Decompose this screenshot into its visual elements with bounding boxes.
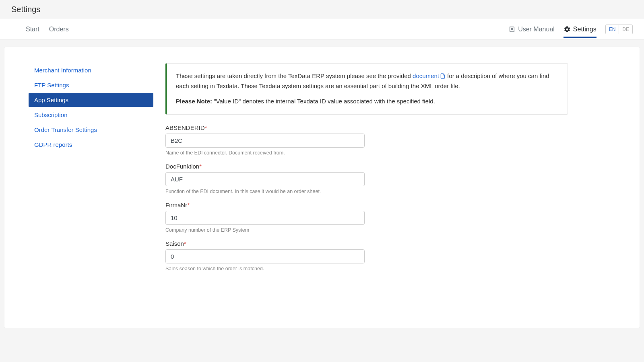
required-asterisk: * — [205, 124, 207, 131]
nav-link-orders[interactable]: Orders — [49, 20, 69, 39]
docfunktion-input[interactable] — [165, 172, 365, 186]
field-help: Function of the EDI document. In this ca… — [165, 189, 365, 194]
nav-settings[interactable]: Settings — [564, 21, 597, 38]
layout: Merchant Information FTP Settings App Se… — [29, 63, 623, 279]
field-label: FirmaNr* — [165, 202, 365, 208]
sidebar-item-subscription[interactable]: Subscription — [29, 108, 153, 122]
content-card: Merchant Information FTP Settings App Se… — [4, 47, 640, 328]
field-help: Company number of the ERP System — [165, 227, 365, 233]
sidebar-item-ftp-settings[interactable]: FTP Settings — [29, 78, 153, 92]
book-icon — [508, 26, 516, 33]
lang-de[interactable]: DE — [619, 25, 632, 34]
document-link-label: document — [413, 72, 439, 79]
notice-paragraph-1: These settings are taken directly from t… — [176, 72, 559, 90]
sidebar-item-merchant-information[interactable]: Merchant Information — [29, 63, 153, 77]
field-firmanr: FirmaNr* Company number of the ERP Syste… — [165, 202, 365, 233]
required-asterisk: * — [187, 202, 190, 208]
absenderid-input[interactable] — [165, 134, 365, 148]
field-label: DocFunktion* — [165, 163, 365, 170]
pdf-icon — [440, 72, 446, 82]
required-asterisk: * — [184, 240, 186, 247]
sidebar-item-gdpr-reports[interactable]: GDPR reports — [29, 138, 153, 152]
document-link[interactable]: document — [413, 72, 446, 79]
language-switch: EN DE — [605, 25, 633, 34]
page-wrap: Merchant Information FTP Settings App Se… — [0, 39, 644, 335]
saison-input[interactable] — [165, 249, 365, 263]
main-panel: These settings are taken directly from t… — [165, 63, 568, 279]
label-text: DocFunktion — [165, 163, 199, 170]
notice-paragraph-2: Please Note: "Value ID" denotes the inte… — [176, 97, 559, 106]
info-notice: These settings are taken directly from t… — [165, 63, 568, 115]
sidebar-item-app-settings[interactable]: App Settings — [29, 93, 153, 107]
field-saison: Saison* Sales season to which the order … — [165, 240, 365, 272]
navbar: Start Orders User Manual Settings EN DE — [0, 19, 644, 39]
nav-user-manual[interactable]: User Manual — [508, 21, 555, 38]
notice-text: These settings are taken directly from t… — [176, 72, 413, 79]
field-help: Sales season to which the order is match… — [165, 266, 365, 272]
nav-link-start[interactable]: Start — [26, 20, 39, 39]
label-text: Saison — [165, 240, 184, 247]
label-text: FirmaNr — [165, 202, 187, 208]
notice-text: "Value ID" denotes the internal Texdata … — [212, 98, 435, 105]
navbar-left: Start Orders — [26, 20, 69, 39]
field-docfunktion: DocFunktion* Function of the EDI documen… — [165, 163, 365, 194]
lang-en[interactable]: EN — [606, 25, 619, 34]
gear-icon — [564, 26, 571, 33]
settings-sidebar: Merchant Information FTP Settings App Se… — [29, 63, 153, 279]
field-absenderid: ABSENDERID* Name of the EDI connector. D… — [165, 124, 365, 156]
nav-user-manual-label: User Manual — [518, 26, 555, 33]
topbar: Settings — [0, 0, 644, 19]
nav-settings-label: Settings — [573, 26, 597, 33]
field-help: Name of the EDI connector. Document rece… — [165, 150, 365, 156]
navbar-right: User Manual Settings EN DE — [508, 21, 633, 38]
required-asterisk: * — [199, 163, 202, 170]
label-text: ABSENDERID — [165, 124, 205, 131]
sidebar-item-order-transfer-settings[interactable]: Order Transfer Settings — [29, 123, 153, 137]
field-label: Saison* — [165, 240, 365, 247]
notice-strong: Please Note: — [176, 98, 212, 105]
field-label: ABSENDERID* — [165, 124, 365, 131]
page-title: Settings — [11, 5, 633, 14]
firmanr-input[interactable] — [165, 211, 365, 225]
